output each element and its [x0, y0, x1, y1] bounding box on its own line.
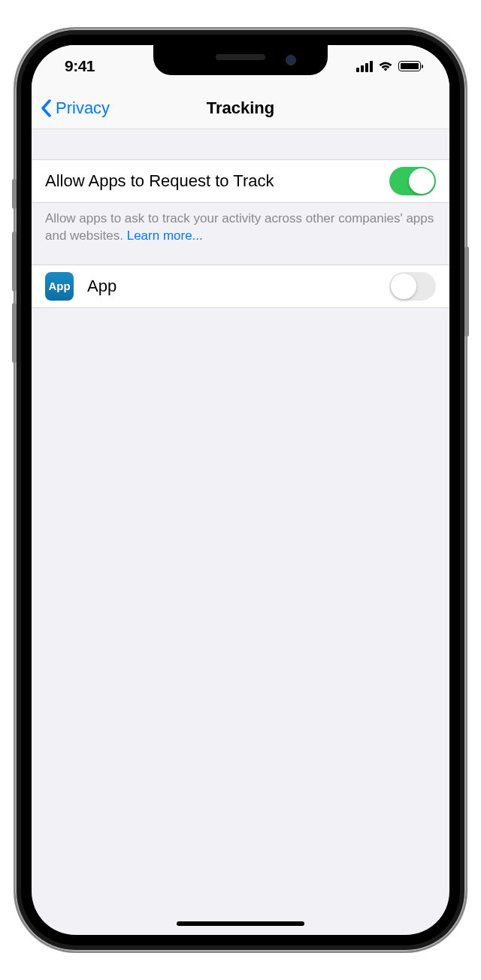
app-icon: App	[45, 272, 74, 301]
screen: 9:41 Pri	[32, 45, 449, 935]
allow-apps-request-track-row: Allow Apps to Request to Track	[32, 159, 449, 203]
section-footer: Allow apps to ask to track your activity…	[32, 203, 449, 265]
cellular-signal-icon	[356, 61, 373, 72]
back-label: Privacy	[56, 98, 110, 118]
app-tracking-toggle[interactable]	[389, 272, 436, 301]
status-time: 9:41	[65, 57, 95, 75]
app-name-label: App	[87, 277, 389, 296]
battery-icon	[398, 61, 421, 71]
allow-tracking-toggle[interactable]	[389, 167, 436, 195]
mute-switch	[12, 179, 17, 209]
home-indicator[interactable]	[177, 921, 304, 926]
footer-description: Allow apps to ask to track your activity…	[45, 211, 434, 243]
front-camera	[286, 55, 296, 65]
wifi-icon	[378, 61, 393, 72]
back-button[interactable]: Privacy	[41, 98, 110, 118]
volume-up-button	[12, 231, 17, 292]
app-tracking-row: App App	[32, 265, 449, 308]
speaker-grille	[216, 54, 265, 60]
navigation-bar: Privacy Tracking	[32, 87, 449, 129]
notch	[153, 45, 328, 75]
learn-more-link[interactable]: Learn more...	[127, 228, 203, 243]
content: Allow Apps to Request to Track Allow app…	[32, 129, 449, 308]
phone-frame: 9:41 Pri	[15, 29, 466, 951]
allow-tracking-label: Allow Apps to Request to Track	[45, 171, 389, 191]
status-indicators	[356, 61, 421, 72]
power-button	[464, 247, 469, 337]
volume-down-button	[12, 303, 17, 363]
chevron-left-icon	[41, 99, 53, 117]
